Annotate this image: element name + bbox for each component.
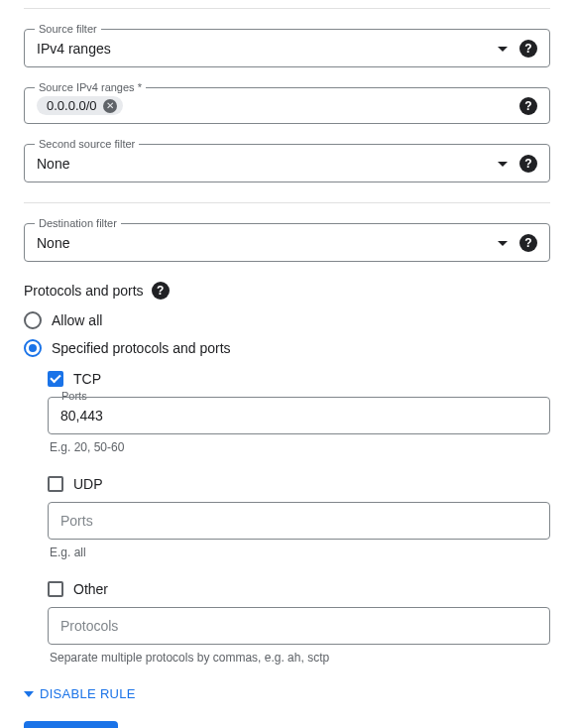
radio-icon	[24, 311, 42, 329]
second-source-filter-label: Second source filter	[35, 138, 139, 150]
source-ipv4-input[interactable]: Source IPv4 ranges * 0.0.0.0/0 ✕ ?	[24, 87, 550, 124]
udp-checkbox-row[interactable]: UDP	[48, 476, 550, 492]
source-filter-group: Source filter IPv4 ranges ?	[24, 29, 550, 67]
action-row: CREATE CANCEL	[24, 721, 550, 728]
second-source-filter-select[interactable]: Second source filter None ?	[24, 144, 550, 182]
tcp-checkbox-row[interactable]: TCP	[48, 371, 550, 387]
disable-rule-toggle[interactable]: DISABLE RULE	[24, 686, 550, 701]
udp-block: UDP Ports E.g. all	[48, 476, 550, 559]
second-source-filter-value: None	[37, 156, 498, 172]
chevron-down-icon	[24, 691, 34, 697]
divider	[24, 8, 550, 9]
destination-filter-group: Destination filter None ?	[24, 223, 550, 262]
help-icon[interactable]: ?	[519, 234, 537, 252]
protocols-header: Protocols and ports ?	[24, 282, 550, 300]
tcp-ports-input[interactable]: 80,443	[48, 397, 550, 434]
udp-label: UDP	[73, 476, 103, 492]
radio-allow-all[interactable]: Allow all	[24, 311, 550, 329]
radio-allow-all-label: Allow all	[52, 312, 102, 328]
checkbox-icon	[48, 581, 63, 597]
tcp-label: TCP	[73, 371, 101, 387]
source-filter-label: Source filter	[35, 23, 101, 35]
divider	[24, 202, 550, 203]
other-protocols-input[interactable]: Protocols	[48, 607, 550, 645]
tcp-ports-hint: E.g. 20, 50-60	[48, 440, 550, 454]
radio-icon	[24, 339, 42, 357]
help-icon[interactable]: ?	[152, 282, 170, 300]
source-filter-value: IPv4 ranges	[37, 41, 498, 57]
close-icon[interactable]: ✕	[103, 99, 117, 113]
source-filter-select[interactable]: Source filter IPv4 ranges ?	[24, 29, 550, 67]
radio-specified[interactable]: Specified protocols and ports	[24, 339, 550, 357]
udp-ports-hint: E.g. all	[48, 546, 550, 559]
other-protocols-hint: Separate multiple protocols by commas, e…	[48, 651, 550, 665]
chevron-down-icon	[498, 47, 508, 52]
ip-range-chip[interactable]: 0.0.0.0/0 ✕	[37, 96, 123, 115]
other-checkbox-row[interactable]: Other	[48, 581, 550, 597]
source-ipv4-group: Source IPv4 ranges * 0.0.0.0/0 ✕ ?	[24, 87, 550, 124]
udp-ports-input[interactable]: Ports	[48, 502, 550, 540]
chevron-down-icon	[498, 241, 508, 246]
help-icon[interactable]: ?	[519, 155, 537, 173]
second-source-filter-group: Second source filter None ?	[24, 144, 550, 182]
source-ipv4-label: Source IPv4 ranges *	[35, 81, 146, 93]
chevron-down-icon	[498, 162, 508, 167]
ip-range-chip-text: 0.0.0.0/0	[47, 98, 97, 113]
help-icon[interactable]: ?	[519, 40, 537, 58]
disable-rule-label: DISABLE RULE	[40, 686, 136, 701]
protocols-header-text: Protocols and ports	[24, 283, 144, 299]
checkbox-icon	[48, 371, 63, 387]
destination-filter-value: None	[37, 235, 498, 251]
help-icon[interactable]: ?	[519, 97, 537, 115]
other-block: Other Protocols Separate multiple protoc…	[48, 581, 550, 665]
destination-filter-label: Destination filter	[35, 217, 121, 229]
create-button[interactable]: CREATE	[24, 721, 118, 728]
tcp-block: TCP Ports 80,443 E.g. 20, 50-60	[48, 371, 550, 454]
checkbox-icon	[48, 476, 63, 492]
destination-filter-select[interactable]: Destination filter None ?	[24, 223, 550, 262]
other-label: Other	[73, 581, 108, 597]
radio-specified-label: Specified protocols and ports	[52, 340, 231, 356]
